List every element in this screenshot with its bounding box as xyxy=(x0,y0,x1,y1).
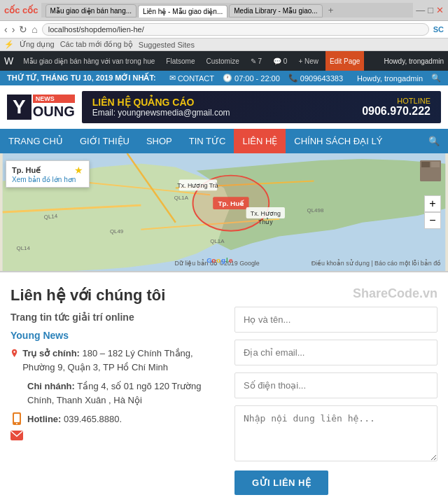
svg-rect-30 xyxy=(431,162,440,167)
svg-text:Điều khoản sử dụng | Báo cáo m: Điều khoản sử dụng | Báo cáo một lỗi bản… xyxy=(312,259,441,267)
svg-text:Tx. Hương Trà: Tx. Hương Trà xyxy=(177,182,218,189)
logo-young: OUNG xyxy=(33,103,75,120)
tab-bar: Mẫu giao diện bán hang... Liên hệ - Mẫu … xyxy=(41,3,414,18)
logo-y: Y xyxy=(7,95,31,120)
hotline-number: 0906.970.222 xyxy=(362,105,430,118)
logo-area[interactable]: Y NEWS OUNG xyxy=(7,95,75,120)
nav-trang-chu[interactable]: TRANG CHỦ xyxy=(0,129,71,153)
browser-logo: cốc cốc xyxy=(4,5,38,15)
reload-button[interactable]: ↻ xyxy=(19,24,27,35)
nav-gioi-thieu[interactable]: GIỚI THIỆU xyxy=(71,129,138,153)
maximize-button[interactable]: □ xyxy=(428,5,433,15)
svg-text:e: e xyxy=(229,256,233,264)
hotline-item: Hotline: 039.465.8880. xyxy=(10,412,220,425)
date-label: THỨ TỨ, THÁNG TU 10, 2019 MỚI NHẤT: xyxy=(7,74,156,83)
new-tab-button[interactable]: + xyxy=(324,3,338,18)
browser-titlebar: cốc cốc Mẫu giao diện bán hang... Liên h… xyxy=(0,0,448,20)
map-container: Tp. Huế Tx. Hương Trà Tx. Hương Thủy QL1… xyxy=(0,153,448,272)
main-nav: TRANG CHỦ GIỚI THIỆU SHOP TIN TỨC LIÊN H… xyxy=(0,129,448,153)
map-star-icon: ★ xyxy=(74,165,83,176)
howdy-label: Howdy, trongadmin xyxy=(357,74,423,83)
svg-text:Thủy: Thủy xyxy=(258,218,273,225)
message-input[interactable] xyxy=(234,405,438,461)
map-view-larger[interactable]: Xem bản đồ lớn hơn xyxy=(12,176,83,183)
svg-rect-32 xyxy=(14,414,20,422)
email-icon-svg xyxy=(10,431,23,440)
top-info-bar: THỨ TỨ, THÁNG TU 10, 2019 MỚI NHẤT: ✉ CO… xyxy=(0,71,448,85)
nav-tin-tuc[interactable]: TIN TỨC xyxy=(181,129,234,153)
zoom-in-button[interactable]: + xyxy=(424,195,441,212)
ad-hotline: HOTLINE 0906.970.222 xyxy=(362,97,430,118)
svg-text:QL14: QL14 xyxy=(43,213,58,221)
apps-label: Ứng dụng xyxy=(20,40,55,49)
wp-comments-count[interactable]: ✎ 7 xyxy=(246,51,266,71)
zoom-out-button[interactable]: − xyxy=(424,212,441,229)
tab-3[interactable]: Media Library - Mẫu giao... xyxy=(229,4,322,18)
back-button[interactable]: ‹ xyxy=(4,24,8,35)
wp-comments[interactable]: 💬 0 xyxy=(269,51,291,71)
hotline-text: Hotline: 039.465.8880. xyxy=(27,414,122,424)
left-col: Liên hệ với chúng tôi Trang tin tức giải… xyxy=(10,286,220,495)
map-city-name: Tp. Huế xyxy=(12,166,41,175)
address-main-text: Trụ sở chính: 180 – 182 Lý Chính Thắng, … xyxy=(22,347,220,374)
svg-text:o: o xyxy=(216,256,220,264)
nav-chinh-sach[interactable]: CHÍNH SÁCH ĐẠI LÝ xyxy=(286,129,391,153)
ad-banner: LIÊN HỆ QUẢNG CÁO Email: youngnewsmedia@… xyxy=(82,91,441,123)
name-input[interactable] xyxy=(234,307,438,333)
bookmark-apps[interactable]: Ứng dụng xyxy=(20,40,55,49)
hours-label: 07:00 - 22:00 xyxy=(234,74,280,83)
nav-shop[interactable]: SHOP xyxy=(138,129,181,153)
address-bar-row: ‹ › ↻ ⌂ localhost/shopdemo/lien-he/ SC xyxy=(0,20,448,38)
sharecode-logo: SC xyxy=(433,25,444,34)
wp-edit-page[interactable]: Edit Page xyxy=(326,51,364,71)
bookmark-suggested[interactable]: Suggested Sites xyxy=(139,41,195,49)
nav-lien-he[interactable]: LIÊN HỆ xyxy=(234,129,286,153)
wp-site-name[interactable]: Mẫu giao diện bán hàng với van trong hue xyxy=(19,51,159,71)
phone-input[interactable] xyxy=(234,372,438,398)
contact-email-item: ✉ CONTACT xyxy=(169,74,214,83)
map-avatar[interactable] xyxy=(420,160,441,181)
contact-subtitle: Trang tin tức giải trí online xyxy=(10,312,220,323)
wp-new[interactable]: + New xyxy=(294,51,323,71)
map-info-box: Tp. Huế ★ Xem bản đồ lớn hơn xyxy=(6,160,90,188)
svg-text:QL498: QL498 xyxy=(307,207,324,214)
ad-email: Email: youngnewsmedia@gmail.com xyxy=(92,108,230,118)
tab-1[interactable]: Mẫu giao diện bán hang... xyxy=(46,4,137,18)
wp-logo[interactable]: W xyxy=(4,55,13,67)
location-icon xyxy=(10,347,18,361)
nav-search-icon[interactable]: 🔍 xyxy=(420,130,448,152)
email-item xyxy=(10,431,220,440)
clock-icon: 🕐 xyxy=(223,74,232,83)
wp-flatsome[interactable]: Flatsome xyxy=(162,51,199,71)
bookmark-sync[interactable]: Các tab mới đồng bộ xyxy=(60,40,133,49)
watermark-text: ShareCode.vn xyxy=(234,286,438,301)
wp-customize[interactable]: Customize xyxy=(202,51,243,71)
submit-button[interactable]: GỬI LIÊN HỆ xyxy=(234,470,328,495)
suggested-label: Suggested Sites xyxy=(139,41,195,49)
apps-icon: ⚡ xyxy=(4,40,14,49)
ad-text: LIÊN HỆ QUẢNG CÁO Email: youngnewsmedia@… xyxy=(92,97,230,118)
search-icon[interactable]: 🔍 xyxy=(431,74,441,83)
content-row: Liên hệ với chúng tôi Trang tin tức giải… xyxy=(0,272,448,502)
minimize-button[interactable]: — xyxy=(416,5,425,15)
phone-label: 0909643383 xyxy=(300,74,343,83)
svg-text:l: l xyxy=(226,256,228,264)
map-zoom-controls: + − xyxy=(424,195,441,229)
home-button[interactable]: ⌂ xyxy=(31,24,37,35)
svg-text:o: o xyxy=(211,256,216,264)
right-col: ShareCode.vn GỬI LIÊN HỆ xyxy=(234,286,438,495)
sync-label: Các tab mới đồng bộ xyxy=(60,40,133,49)
tab-2[interactable]: Liên hệ - Mẫu giao diện... xyxy=(138,5,227,18)
svg-rect-29 xyxy=(421,162,430,167)
window-controls: — □ ✕ xyxy=(416,5,444,15)
close-button[interactable]: ✕ xyxy=(436,5,444,15)
address-input[interactable]: localhost/shopdemo/lien-he/ xyxy=(42,23,429,36)
contact-phone-item: 📞 0909643383 xyxy=(288,74,343,83)
contact-label: CONTACT xyxy=(178,74,214,83)
forward-button[interactable]: › xyxy=(12,24,15,35)
email-input[interactable] xyxy=(234,340,438,365)
logo-news: NEWS xyxy=(33,95,75,103)
address-branch-text: Chi nhánh: Tầng 4, số 01 ngõ 120 Trường … xyxy=(27,379,220,407)
site-header: Y NEWS OUNG LIÊN HỆ QUẢNG CÁO Email: you… xyxy=(0,85,448,129)
bookmarks-bar: ⚡ Ứng dụng Các tab mới đồng bộ Suggested… xyxy=(0,38,448,50)
